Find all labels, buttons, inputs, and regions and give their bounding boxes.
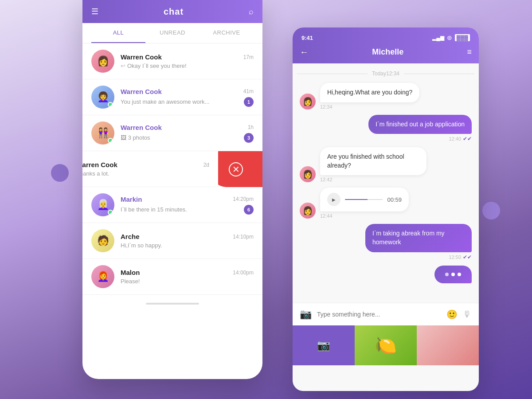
status-icons: ▂▄▆ ⊛ ▓▓▓ — [432, 34, 470, 41]
message-time: 12:50 ✔✔ — [365, 254, 472, 260]
camera-icon[interactable]: 📷 — [300, 309, 312, 320]
message-text: I`m finished out a job application — [376, 121, 465, 128]
tab-archive[interactable]: ARCHIVE — [200, 23, 254, 43]
signal-icon: ▂▄▆ — [432, 35, 444, 41]
header-menu-icon[interactable]: ≡ — [467, 47, 472, 57]
chat-time: 14:00pm — [233, 270, 254, 276]
chat-name: Warren Cook — [121, 88, 162, 95]
wifi-icon: ⊛ — [447, 34, 452, 41]
media-strip: 📷 🍋 — [293, 325, 479, 365]
avatar: 👩 — [91, 50, 114, 73]
chat-time: 17m — [243, 54, 254, 60]
bubble-column: I`m taking abreak from my homework 12:50… — [365, 224, 472, 260]
chat-item[interactable]: 🧑 Arche 14:10pm Hi,I`m so happy. — [82, 223, 262, 259]
delete-button[interactable]: ✕ — [229, 162, 243, 176]
chat-tabs: ALL UNREAD ARCHIVE — [82, 23, 262, 43]
message-row: I`m finished out a job application 12:40… — [293, 112, 479, 145]
chat-name: Malon — [121, 269, 140, 276]
chat-content: Markin 14:20pm I`ll be there in 15 minut… — [121, 196, 254, 215]
unread-badge: 6 — [244, 205, 254, 215]
chat-title: chat — [164, 7, 184, 17]
message-time: 12:40 ✔✔ — [368, 136, 472, 142]
bg-circle-left — [51, 164, 69, 182]
chat-content: Warren Cook 2d Thanks a lot. — [82, 161, 209, 177]
bubble-column: Hi,heqing.What are you doing? 12:34 — [320, 83, 419, 110]
bubble-column: ▶ 00:59 12:44 — [320, 188, 409, 219]
message-text: Hi,heqing.What are you doing? — [327, 89, 412, 96]
status-bar: 9:41 ▂▄▆ ⊛ ▓▓▓ — [293, 27, 479, 43]
chat-item[interactable]: 👩‍🦰 Malon 14:00pm Please! — [82, 259, 262, 295]
tab-all[interactable]: ALL — [91, 23, 145, 43]
media-thumb-camera[interactable]: 📷 — [293, 325, 355, 365]
messages-area: Today12:34 👩 Hi,heqing.What are you doin… — [293, 63, 479, 303]
chat-msg: Hi,I`m so happy. — [121, 242, 162, 249]
chat-name: Markin — [121, 196, 142, 203]
unread-badge: 3 — [244, 133, 254, 143]
avatar: 👩‍🦱 — [91, 86, 114, 109]
chat-item-swiped[interactable]: 👩 Warren Cook 2d Thanks a lot. — [82, 151, 218, 187]
voice-waveform — [345, 199, 383, 200]
message-input[interactable] — [317, 311, 441, 318]
date-divider: Today12:34 — [293, 63, 479, 80]
online-indicator — [108, 138, 113, 143]
conversation-header: ← Michelle ≡ — [293, 43, 479, 63]
online-indicator — [108, 210, 113, 215]
chat-name: Arche — [121, 233, 140, 240]
chat-name: Warren Cook — [121, 124, 162, 131]
chat-msg: 🖼 3 photos — [121, 134, 150, 141]
mic-icon[interactable]: 🎙 — [463, 309, 472, 320]
chat-list: 👩 Warren Cook 17m ↩Okay I`ll see you the… — [82, 43, 262, 295]
back-button[interactable]: ← — [300, 47, 309, 57]
message-time: 12:44 — [320, 213, 409, 219]
emoji-icon[interactable]: 🙂 — [446, 309, 458, 320]
message-input-area: 📷 🙂 🎙 — [293, 303, 479, 325]
chat-content: Malon 14:00pm Please! — [121, 269, 254, 285]
chat-header: ☰ chat ⌕ — [82, 0, 262, 23]
chat-content: Arche 14:10pm Hi,I`m so happy. — [121, 233, 254, 249]
media-thumb-lime[interactable]: 🍋 — [355, 325, 417, 365]
message-row: I`m taking abreak from my homework 12:50… — [293, 221, 479, 262]
typing-indicator — [434, 266, 472, 283]
chat-content: Warren Cook 41m You just make an awesome… — [121, 88, 254, 107]
chat-msg: You just make an awesome work... — [121, 98, 209, 105]
voice-duration: 00:59 — [387, 196, 402, 203]
avatar: 👭 — [91, 121, 114, 145]
chat-time: 41m — [243, 88, 254, 94]
message-row: 👩 ▶ 00:59 12:44 — [293, 185, 479, 221]
read-receipt-icon: ✔✔ — [463, 136, 472, 142]
media-thumb-pink[interactable] — [417, 325, 479, 365]
message-bubble: I`m taking abreak from my homework — [365, 224, 472, 252]
chat-item[interactable]: 👩 Warren Cook 17m ↩Okay I`ll see you the… — [82, 43, 262, 79]
chat-time: 1h — [248, 124, 254, 130]
voice-message: ▶ 00:59 — [320, 188, 409, 211]
contact-name: Michelle — [372, 47, 403, 57]
search-icon[interactable]: ⌕ — [249, 7, 254, 16]
play-button[interactable]: ▶ — [327, 193, 340, 206]
chat-time: 2d — [203, 162, 209, 168]
message-row: 👩 Are you finished with school already? … — [293, 145, 479, 185]
chat-name: Warren Cook — [82, 161, 117, 168]
avatar: 🧑 — [91, 229, 114, 252]
chat-msg: I`ll be there in 15 minutes. — [121, 206, 187, 213]
chat-item[interactable]: 👭 Warren Cook 1h 🖼 3 photos 3 — [82, 115, 262, 151]
bubble-column: Are you finished with school already? 12… — [320, 147, 426, 182]
menu-icon[interactable]: ☰ — [91, 7, 98, 16]
unread-badge: 1 — [244, 97, 254, 107]
message-time: 12:42 — [320, 177, 426, 182]
chat-conversation-phone: 9:41 ▂▄▆ ⊛ ▓▓▓ ← Michelle ≡ Today12:34 👩… — [293, 27, 479, 391]
chat-name: Warren Cook — [121, 53, 162, 61]
typing-dot — [451, 273, 455, 276]
tab-unread[interactable]: UNREAD — [145, 23, 200, 43]
typing-dot — [458, 273, 461, 276]
message-bubble: Are you finished with school already? — [320, 147, 426, 175]
message-text: Are you finished with school already? — [327, 153, 404, 169]
avatar: 👩‍🦰 — [91, 265, 114, 288]
bg-circle-right — [482, 202, 500, 219]
avatar: 👩 — [300, 166, 316, 182]
battery-icon: ▓▓▓ — [455, 34, 470, 41]
chat-item[interactable]: 👩‍🦳 Markin 14:20pm I`ll be there in 15 m… — [82, 187, 262, 223]
chat-item[interactable]: 👩‍🦱 Warren Cook 41m You just make an awe… — [82, 79, 262, 115]
chat-content: Warren Cook 1h 🖼 3 photos 3 — [121, 124, 254, 143]
swipe-container: ✕ 👩 Warren Cook 2d Thanks a lot. — [82, 151, 262, 187]
lime-image: 🍋 — [355, 325, 417, 365]
